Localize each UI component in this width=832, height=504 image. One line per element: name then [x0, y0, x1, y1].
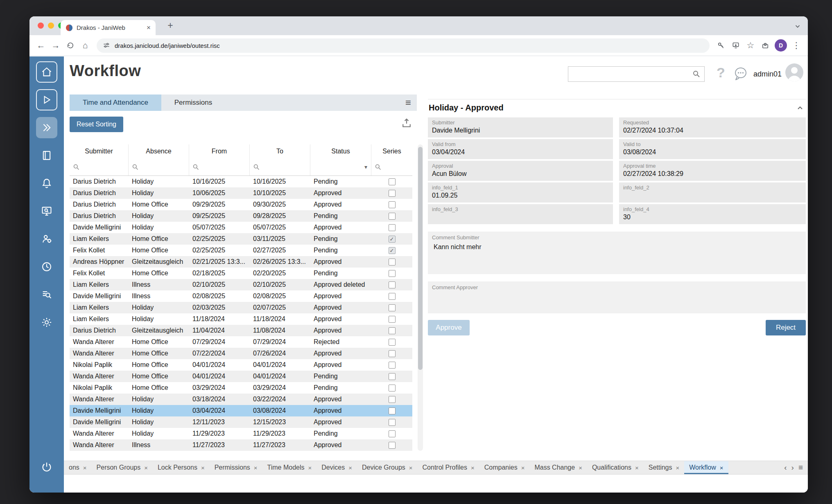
table-row[interactable]: Felix KolletHome Office02/18/202502/20/2…: [70, 268, 412, 279]
bottom-tab-control-profiles[interactable]: Control Profiles×: [418, 461, 479, 474]
bottom-tab-qualifications[interactable]: Qualifications×: [587, 461, 644, 474]
table-row[interactable]: Liam KeilersHoliday11/18/202411/18/2024A…: [70, 313, 412, 325]
table-row[interactable]: Darius DietrichHoliday10/16/202510/16/20…: [70, 176, 412, 187]
series-checkbox[interactable]: [389, 259, 396, 266]
filter-absence[interactable]: [129, 158, 189, 176]
close-icon[interactable]: ×: [720, 464, 723, 471]
scrollbar-thumb[interactable]: [418, 147, 423, 370]
table-row[interactable]: Wanda AltererHoliday11/29/202311/29/2023…: [70, 428, 412, 439]
browser-profile-avatar[interactable]: D: [775, 39, 787, 52]
comment-approver-box[interactable]: Comment Approver: [428, 281, 806, 313]
extensions-icon[interactable]: [758, 38, 773, 53]
series-checkbox[interactable]: [389, 178, 396, 185]
table-row[interactable]: Darius DietrichHome Office09/29/202509/3…: [70, 199, 412, 210]
column-header-submitter[interactable]: Submitter: [70, 144, 129, 158]
table-row[interactable]: Liam KeilersIllness02/10/202502/10/2025A…: [70, 279, 412, 290]
table-row[interactable]: Wanda AltererIllness11/27/202311/27/2023…: [70, 439, 412, 451]
column-header-series[interactable]: Series: [371, 144, 412, 158]
close-icon[interactable]: ×: [471, 464, 475, 471]
series-checkbox[interactable]: [389, 304, 396, 311]
sidebar-item-home[interactable]: [36, 61, 57, 83]
tab-time-and-attendance[interactable]: Time and Attendance: [70, 94, 161, 111]
series-checkbox[interactable]: [389, 350, 396, 357]
series-checkbox[interactable]: [389, 247, 396, 254]
sidebar-item-time[interactable]: [36, 256, 57, 277]
table-row[interactable]: Liam KeilersHoliday02/03/202502/07/2025A…: [70, 302, 412, 313]
series-checkbox[interactable]: [389, 327, 396, 334]
home-button[interactable]: ⌂: [78, 38, 93, 53]
browser-menu-icon[interactable]: ⋮: [789, 38, 804, 53]
bottom-tab-settings[interactable]: Settings×: [644, 461, 685, 474]
close-icon[interactable]: ×: [83, 464, 87, 471]
bottom-tab-companies[interactable]: Companies×: [479, 461, 530, 474]
sidebar-item-persons[interactable]: [36, 228, 57, 250]
close-icon[interactable]: ×: [348, 464, 352, 471]
address-bar[interactable]: drakos.janicloud.de/janiweb/outest.risc: [97, 38, 710, 53]
tab-overview-chevron-icon[interactable]: [794, 22, 801, 30]
bookmark-star-icon[interactable]: ☆: [743, 38, 758, 53]
site-settings-icon[interactable]: [102, 41, 111, 50]
table-row[interactable]: Liam KeilersHome Office02/25/202503/11/2…: [70, 233, 412, 245]
series-checkbox[interactable]: [389, 442, 396, 449]
global-search-field[interactable]: [568, 66, 705, 82]
table-row[interactable]: Davide MelligriniHoliday12/11/202312/15/…: [70, 416, 412, 428]
table-row[interactable]: Nikolai PaplikHome Office04/01/202404/01…: [70, 359, 412, 371]
series-checkbox[interactable]: [389, 362, 396, 369]
forward-button[interactable]: →: [48, 38, 63, 53]
filter-series[interactable]: [371, 158, 412, 176]
series-checkbox[interactable]: [389, 385, 396, 392]
tab-menu-icon[interactable]: ≡: [405, 97, 411, 108]
series-checkbox[interactable]: [389, 190, 396, 197]
close-icon[interactable]: ×: [635, 464, 639, 471]
close-icon[interactable]: ×: [144, 464, 148, 471]
series-checkbox[interactable]: [389, 270, 396, 277]
close-icon[interactable]: ×: [308, 464, 312, 471]
table-row[interactable]: Davide MelligriniHoliday03/04/202403/08/…: [70, 405, 412, 416]
series-checkbox[interactable]: [389, 316, 396, 323]
sidebar-item-device-monitor[interactable]: [36, 200, 57, 222]
reload-button[interactable]: [63, 38, 78, 53]
filter-status[interactable]: ▾: [310, 158, 371, 176]
user-avatar[interactable]: [785, 63, 803, 81]
reject-button[interactable]: Reject: [766, 320, 806, 335]
minimize-window-button[interactable]: [48, 22, 54, 29]
reset-sorting-button[interactable]: Reset Sorting: [70, 117, 123, 132]
table-row[interactable]: Darius DietrichHoliday10/06/202510/10/20…: [70, 187, 412, 199]
column-header-from[interactable]: From: [189, 144, 250, 158]
column-header-absence[interactable]: Absence: [129, 144, 189, 158]
search-icon[interactable]: [692, 70, 701, 78]
close-icon[interactable]: ×: [254, 464, 258, 471]
table-row[interactable]: Andreas HöppnerGleitzeitausgleich02/21/2…: [70, 256, 412, 268]
filter-from[interactable]: [189, 158, 250, 176]
series-checkbox[interactable]: [389, 419, 396, 426]
series-checkbox[interactable]: [389, 201, 396, 208]
tab-permissions[interactable]: Permissions: [161, 94, 225, 111]
filter-submitter[interactable]: [70, 158, 129, 176]
sidebar-item-settings[interactable]: [36, 312, 57, 333]
table-row[interactable]: Davide MelligriniHoliday05/07/202505/07/…: [70, 222, 412, 233]
collapse-chevron-icon[interactable]: [796, 104, 804, 112]
column-header-to[interactable]: To: [250, 144, 310, 158]
table-row[interactable]: Nikolai PaplikHome Office03/29/202403/29…: [70, 382, 412, 394]
table-row[interactable]: Wanda AltererHome Office07/22/202407/26/…: [70, 348, 412, 359]
close-icon[interactable]: ×: [201, 464, 205, 471]
sidebar-item-start[interactable]: [36, 89, 57, 110]
logout-power-button[interactable]: [36, 457, 57, 478]
table-row[interactable]: Darius DietrichHoliday09/25/202509/28/20…: [70, 210, 412, 222]
bottom-tab-time-models[interactable]: Time Models×: [262, 461, 317, 474]
tab-list-icon[interactable]: ≡: [798, 463, 803, 472]
table-row[interactable]: Wanda AltererHoliday03/18/202403/22/2024…: [70, 394, 412, 405]
bottom-tab-ons[interactable]: ons×: [64, 461, 92, 474]
column-header-status[interactable]: Status: [310, 144, 371, 158]
close-icon[interactable]: ×: [521, 464, 525, 471]
bottom-tab-person-groups[interactable]: Person Groups×: [92, 461, 153, 474]
series-checkbox[interactable]: [389, 236, 396, 243]
bottom-tab-workflow[interactable]: Workflow×: [684, 461, 728, 474]
back-button[interactable]: ←: [34, 38, 48, 53]
series-checkbox[interactable]: [389, 396, 396, 403]
table-row[interactable]: Davide MelligriniIllness02/08/202502/08/…: [70, 290, 412, 302]
feedback-bubble-icon[interactable]: [733, 67, 748, 81]
bottom-tab-lock-persons[interactable]: Lock Persons×: [153, 461, 210, 474]
series-checkbox[interactable]: [389, 281, 396, 288]
bottom-tab-mass-change[interactable]: Mass Change×: [529, 461, 587, 474]
